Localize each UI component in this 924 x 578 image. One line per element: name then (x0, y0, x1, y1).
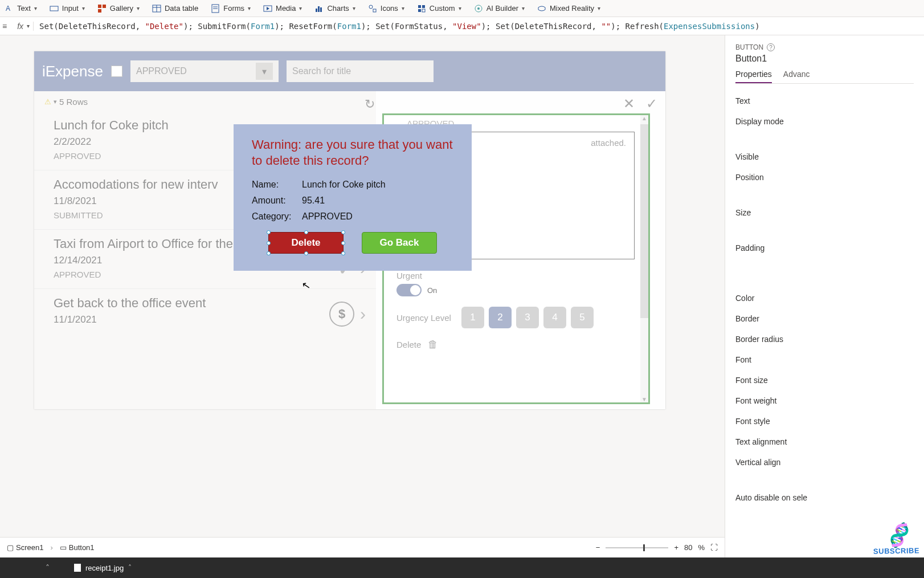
control-name[interactable]: Button1 (735, 54, 914, 64)
prop-font-size[interactable]: Font size (735, 370, 914, 390)
urgency-btn-5[interactable]: 5 (571, 307, 594, 328)
selection-handle[interactable] (267, 230, 271, 234)
icons-icon (368, 4, 377, 13)
custom-icon (417, 4, 426, 13)
urgent-toggle[interactable]: On (396, 284, 635, 296)
crumb-screen[interactable]: ▢ Screen1 (7, 543, 43, 552)
tab-properties[interactable]: Properties (735, 70, 772, 83)
status-bar: ▢ Screen1 › ▭ Button1 − + 80 % ⛶ (0, 537, 725, 557)
zoom-controls: − + 80 % ⛶ (596, 543, 718, 552)
delete-label: Delete (396, 340, 421, 349)
os-taskbar: ˄ receipt1.jpg ˄ (0, 557, 924, 578)
prop-vertical-align[interactable]: Vertical align (735, 452, 914, 473)
tab-advanced[interactable]: Advanc (783, 70, 810, 83)
svg-rect-15 (320, 7, 322, 12)
trash-icon[interactable]: 🗑 (428, 339, 438, 351)
ribbon-ai-builder[interactable]: AI Builder ▾ (472, 3, 527, 14)
fullscreen-icon[interactable]: ⛶ (710, 543, 718, 552)
delete-button[interactable]: Delete (268, 232, 344, 254)
selection-handle[interactable] (267, 241, 271, 245)
formula-fx[interactable]: fx ▾ (9, 22, 34, 31)
ribbon-text[interactable]: A Text ▾ (2, 3, 39, 14)
urgency-level-label: Urgency Level (396, 313, 451, 323)
prop-position[interactable]: Position (735, 167, 914, 188)
subscribe-watermark: SUBSCRIBE (873, 546, 919, 555)
svg-point-16 (369, 5, 373, 9)
scrollbar[interactable] (640, 115, 648, 402)
urgency-btn-1[interactable]: 1 (461, 307, 484, 328)
prop-text[interactable]: Text (735, 91, 914, 111)
prop-border-radius[interactable]: Border radius (735, 329, 914, 349)
properties-tabs: Properties Advanc (735, 70, 914, 84)
dollar-icon[interactable]: $ (329, 302, 354, 327)
hamburger-icon[interactable]: ≡ (0, 22, 9, 31)
taskbar-file[interactable]: receipt1.jpg ˄ (68, 564, 137, 572)
ribbon-label: Media (276, 4, 296, 13)
list-item[interactable]: Get back to the office event 11/1/2021 $… (34, 289, 376, 335)
prop-visible[interactable]: Visible (735, 146, 914, 167)
chevron-right-icon[interactable]: › (360, 304, 366, 324)
svg-rect-3 (103, 5, 106, 8)
prop-font-style[interactable]: Font style (735, 411, 914, 432)
ribbon-label: Mixed Reality (550, 4, 594, 13)
help-icon[interactable]: ? (767, 43, 775, 51)
table-icon (152, 4, 161, 13)
ribbon-input[interactable]: Input ▾ (47, 3, 87, 14)
prop-color[interactable]: Color (735, 288, 914, 308)
status-filter-dropdown[interactable]: APPROVED ▾ (130, 60, 279, 82)
prop-font-weight[interactable]: Font weight (735, 390, 914, 411)
reload-icon[interactable]: ↻ (365, 97, 375, 112)
selection-handle[interactable] (341, 251, 345, 255)
ribbon-media[interactable]: Media ▾ (261, 3, 304, 14)
zoom-out-button[interactable]: − (596, 543, 600, 552)
prop-display-mode[interactable]: Display mode (735, 111, 914, 132)
selection-handle[interactable] (304, 230, 308, 234)
field-amount-value: 95.41 (302, 196, 325, 206)
urgency-btn-3[interactable]: 3 (516, 307, 539, 328)
selection-handle[interactable] (341, 241, 345, 245)
formula-input[interactable]: Set(DeleteThisRecord, "Delete"); SubmitF… (34, 22, 924, 31)
prop-border[interactable]: Border (735, 308, 914, 329)
svg-rect-18 (418, 5, 421, 8)
svg-marker-12 (267, 7, 269, 10)
zoom-slider[interactable] (606, 547, 668, 548)
search-input[interactable] (287, 60, 434, 82)
ribbon-gallery[interactable]: Gallery ▾ (95, 3, 142, 14)
svg-rect-20 (418, 9, 421, 12)
gallery-icon (97, 4, 107, 13)
prop-text-alignment[interactable]: Text alignment (735, 432, 914, 452)
app-canvas[interactable]: iExpense APPROVED ▾ ⚠ ▾ 5 Rows Lunch for… (34, 51, 665, 409)
ribbon-icons[interactable]: Icons ▾ (366, 3, 407, 14)
go-back-button[interactable]: Go Back (362, 232, 437, 254)
chevron-down-icon: ▾ (137, 5, 140, 11)
svg-text:A: A (6, 5, 10, 13)
dropdown-value: APPROVED (136, 66, 187, 76)
prop-font[interactable]: Font (735, 349, 914, 370)
svg-rect-4 (98, 9, 101, 13)
prop-auto-disable[interactable]: Auto disable on sele (735, 487, 914, 508)
chevron-up-icon[interactable]: ˄ (46, 563, 50, 572)
ribbon-mixed-reality[interactable]: Mixed Reality ▾ (535, 3, 603, 14)
selection-handle[interactable] (267, 251, 271, 255)
fx-icon: fx (13, 22, 23, 31)
selection-handle[interactable] (341, 230, 345, 234)
filter-checkbox[interactable] (111, 66, 122, 77)
ai-builder-icon (474, 4, 483, 13)
prop-size[interactable]: Size (735, 202, 914, 223)
input-icon (50, 4, 59, 13)
ribbon-data-table[interactable]: Data table (150, 3, 201, 14)
crumb-button[interactable]: ▭ Button1 (60, 543, 95, 552)
ribbon-forms[interactable]: Forms ▾ (208, 3, 253, 14)
checkmark-icon[interactable]: ✓ (646, 96, 657, 112)
prop-padding[interactable]: Padding (735, 238, 914, 258)
toggle-value: On (427, 286, 437, 295)
ribbon-custom[interactable]: Custom ▾ (415, 3, 464, 14)
urgency-btn-4[interactable]: 4 (543, 307, 566, 328)
close-icon[interactable]: ✕ (623, 96, 635, 112)
urgency-btn-2[interactable]: 2 (489, 307, 512, 328)
text-icon: A (5, 4, 14, 13)
ribbon-charts[interactable]: Charts ▾ (312, 3, 357, 14)
selection-handle[interactable] (304, 251, 308, 255)
chevron-down-icon: ▾ (299, 5, 302, 11)
zoom-in-button[interactable]: + (674, 543, 678, 552)
